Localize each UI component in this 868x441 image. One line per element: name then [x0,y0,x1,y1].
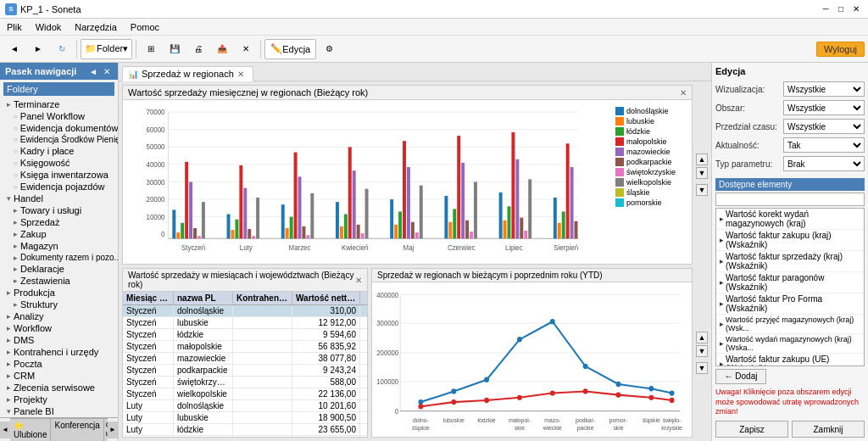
scroll-up-btn[interactable]: ▲ [696,154,708,165]
list-item-5[interactable]: ▸Wartość faktur Pro Forma (Wskaźnik) [716,293,864,315]
aktualnosc-select[interactable]: Tak [783,137,865,153]
tab-sprzedaz-w-regionach[interactable]: 📊 Sprzedaż w regionach ✕ [122,66,253,81]
print-btn[interactable]: 🖨 [187,38,209,60]
sidebar-item-pojazdy[interactable]: ○Ewidencja pojazdów [0,181,118,193]
bottom-scroll-down-btn[interactable]: ▼ [696,345,708,357]
sidebar-item-deklaracje[interactable]: ▸Deklaracje [0,263,118,275]
sidebar-item-ewid-dok[interactable]: ○Ewidencja dokumentów [0,122,118,134]
table-row[interactable]: Luty lubuskie 18 900,50 [123,412,367,424]
save-button[interactable]: Zapisz [715,421,788,438]
svg-rect-49 [390,199,393,238]
export-btn[interactable]: 📤 [211,38,233,60]
sidebar-item-kontrahenci[interactable]: ▸Kontrahenci i urzędy [0,346,118,358]
table-close-icon[interactable]: ✕ [355,276,362,285]
menu-widok[interactable]: Widok [29,20,69,34]
menu-plik[interactable]: Plik [0,20,29,34]
table-row[interactable]: Styczeń łódzkie 9 594,60 [123,329,367,341]
bottom-scroll-up-btn[interactable]: ▲ [696,332,708,343]
sidebar-item-zlecenia[interactable]: ▸Zlecenia serwisowe [0,382,118,394]
wizualizacja-row: Wizualizacja: Wszystkie [715,81,865,97]
sidebar-item-dokumenty[interactable]: ▸Dokumenty razem i pozo... [0,252,118,263]
svg-rect-23 [198,236,201,238]
close-button[interactable]: ✕ [849,3,863,15]
logout-button[interactable]: Wyloguj [816,42,865,57]
delete-btn[interactable]: ✕ [235,38,257,60]
typ-param-select[interactable]: Brak [783,156,865,171]
table-row[interactable]: Styczeń dolnośląskie 310,00 [123,305,367,317]
list-item-6[interactable]: ▸Wartość przyjęć magazynowych (kraj) (Ws… [716,315,864,334]
arrow-icon: ▸ [720,257,724,265]
arrow-icon: ▸ [720,339,724,348]
menu-pomoc[interactable]: Pomoc [124,20,166,34]
forward-button[interactable]: ► [27,38,49,60]
sidebar-item-magazyn[interactable]: ▸Magazyn [0,240,118,252]
sidebar-item-crm[interactable]: ▸CRM [0,370,118,382]
svg-rect-34 [286,228,289,238]
add-button[interactable]: ← Dodaj [715,369,766,384]
table-row[interactable]: Styczeń lubuskie 12 912,00 [123,317,367,329]
sidebar-item-handel[interactable]: ▾Handel [0,193,118,204]
sidebar-item-projekty[interactable]: ▸Projekty [0,394,118,405]
bottom-scroll-filter-btn[interactable]: ▼ [696,362,708,374]
cancel-button[interactable]: Zamknij [792,421,865,438]
sidebar-item-workflow[interactable]: ▸Workflow [0,322,118,334]
sidebar-item-sprzedaz[interactable]: ▸Sprzedaż [0,216,118,228]
przedzial-select[interactable]: Wszystkie [783,119,865,134]
sidebar-item-panele-bi[interactable]: ▾Panele BI [0,405,118,417]
save-btn[interactable]: 💾 [164,38,186,60]
edycja-group[interactable]: ✏️ Edycja [264,39,316,59]
list-item-7[interactable]: ▸Wartość wydań magazynowych (kraj) (Wska… [716,334,864,354]
list-item-1[interactable]: ▸Wartość korekt wydań magazynowych (kraj… [716,209,864,230]
sidebar-item-ksiegowosc[interactable]: ○Księgowość [0,157,118,169]
table-row[interactable]: Styczeń mazowieckie 38 077,80 [123,353,367,365]
sidebar-item-terminarze[interactable]: ▸Terminarze [0,98,118,110]
svg-point-115 [670,398,675,403]
maximize-button[interactable]: □ [834,3,848,15]
sidebar-foldery-title[interactable]: Foldery [3,82,114,96]
sidebar-konferencja[interactable]: Konferencja [51,418,103,441]
sidebar-item-analizy[interactable]: ▸Analizy [0,310,118,322]
folder-dropdown[interactable]: 📁 Folder▾ [81,39,132,59]
bar-chart-close[interactable]: ✕ [680,88,687,98]
menu-narzedzia[interactable]: Narzędzia [68,20,124,34]
scroll-down-btn[interactable]: ▼ [696,167,708,179]
minimize-button[interactable]: ─ [819,3,832,15]
sidebar-close-btn[interactable]: ✕ [101,65,113,77]
sidebar-item-zakup[interactable]: ▸Zakup [0,228,118,240]
sidebar-item-towary[interactable]: ▸Towary i usługi [0,204,118,216]
sidebar-item-struktury[interactable]: ▸Struktury [0,299,118,310]
back-button[interactable]: ◄ [3,38,25,60]
table-row[interactable]: Styczeń świętokrzyskie 588,00 [123,377,367,388]
sidebar-item-ewid-srodkow[interactable]: ○Ewidencja Środków Pieniężny [0,134,118,145]
obszar-select[interactable]: Wszystkie [783,100,865,115]
sidebar-ulubione[interactable]: ⭐ Ulubione [10,418,51,441]
sidebar-item-dms[interactable]: ▸DMS [0,334,118,346]
table-row[interactable]: Styczeń małopolskie 56 835,92 [123,341,367,353]
table-row[interactable]: Luty małopolskie 47 473,07 [123,436,367,437]
dostepne-search-input[interactable] [715,193,865,206]
table-row[interactable]: Luty łódzkie 23 655,00 [123,424,367,436]
list-item-3[interactable]: ▸Wartość faktur sprzedaży (kraj) (Wskaźn… [716,251,864,272]
scroll-filter-btn[interactable]: ▼ [696,184,708,196]
grid-btn[interactable]: ⊞ [140,38,162,60]
tab-close-icon[interactable]: ✕ [237,70,244,79]
sidebar-item-produkcja[interactable]: ▸Produkcja [0,287,118,299]
sidebar-scroll-right-btn[interactable]: ► [108,421,118,438]
table-row[interactable]: Luty dolnośląskie 10 201,60 [123,400,367,412]
sidebar-item-kadry[interactable]: ○Kadry i płace [0,145,118,157]
list-item-4[interactable]: ▸Wartość faktur paragonów (Wskaźnik) [716,272,864,293]
sidebar-pin-btn[interactable]: ◄ [87,65,99,77]
sidebar-item-zestawienia[interactable]: ▸Zestawienia [0,275,118,287]
list-item-8[interactable]: ▸Wartość faktur zakupu (UE) (Wskaźnik) [716,354,864,366]
list-item-2[interactable]: ▸Wartość faktur zakupu (kraj) (Wskaźnik) [716,230,864,251]
settings-btn[interactable]: ⚙ [318,38,340,60]
svg-rect-51 [398,211,402,238]
sidebar-scroll-left-btn[interactable]: ◄ [0,421,10,438]
sidebar-item-poczta[interactable]: ▸Poczta [0,358,118,370]
table-row[interactable]: Styczeń wielkopolskie 22 136,00 [123,388,367,400]
refresh-button[interactable]: ↻ [51,38,73,60]
wizualizacja-select[interactable]: Wszystkie [783,81,865,97]
table-row[interactable]: Styczeń podkarpackie 9 243,24 [123,365,367,377]
sidebar-item-panel-workflow[interactable]: ○Panel Workflow [0,110,118,122]
sidebar-item-ksiega[interactable]: ○Księga inwentarzowa [0,169,118,181]
